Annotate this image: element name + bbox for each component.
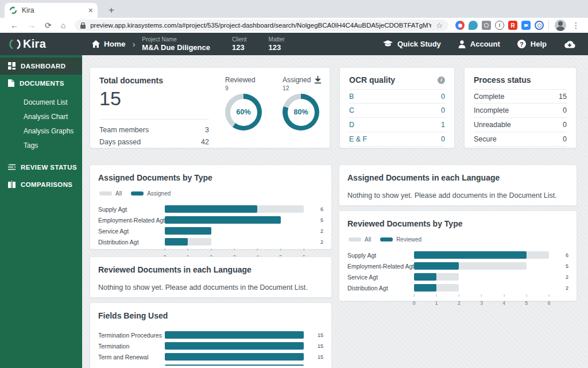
bar-chart: Termination Procedures15Termination15Ter… bbox=[98, 329, 323, 366]
total-documents-card: Total documents 15 Team members3Days pas… bbox=[90, 67, 330, 148]
sidebar-item-comparisons[interactable]: COMPARISONS bbox=[0, 176, 82, 193]
sidebar-item-review-status[interactable]: REVIEW STATUS bbox=[0, 159, 82, 176]
donut-count: 9 bbox=[225, 85, 263, 91]
person-icon bbox=[458, 40, 466, 48]
chevron-right-icon: › bbox=[133, 40, 136, 49]
tick-mark bbox=[459, 294, 459, 297]
summary-row: Team members3 bbox=[99, 126, 209, 134]
bar-row-partial bbox=[98, 362, 323, 366]
home-toolbar-icon[interactable]: ⌂ bbox=[61, 21, 65, 29]
matter-value: 123 bbox=[269, 43, 285, 52]
quick-study-button[interactable]: Quick Study bbox=[383, 40, 441, 48]
browser-menu-icon[interactable]: ⋮ bbox=[572, 21, 580, 30]
extension-alert-icon[interactable]: ! bbox=[495, 21, 504, 30]
chart-title: Assigned Documents by Type bbox=[98, 173, 323, 182]
browser-tab[interactable]: Kira × bbox=[5, 3, 98, 18]
tick-mark bbox=[303, 248, 304, 251]
home-button[interactable]: Home bbox=[92, 40, 126, 48]
process-status-row-value: 15 bbox=[559, 93, 567, 101]
bar-track bbox=[165, 331, 304, 339]
donut-percent: 60% bbox=[230, 99, 257, 126]
assigned-documents-by-language-card: Assigned Documents in each Language Noth… bbox=[339, 164, 577, 206]
process-status-title: Process status bbox=[474, 75, 567, 85]
legend-item: All bbox=[99, 190, 122, 197]
documents-icon bbox=[8, 79, 14, 88]
address-bar[interactable]: preview.app.kirasystems.com/a#project/53… bbox=[75, 20, 448, 31]
breadcrumb-client: Client 123 bbox=[232, 36, 247, 52]
extension-camera-icon[interactable] bbox=[482, 21, 491, 30]
process-status-card: Process status Complete15Incomplete0Unre… bbox=[464, 67, 577, 148]
bar-fill-segment bbox=[165, 353, 304, 361]
help-button[interactable]: ? Help bbox=[517, 40, 547, 48]
ocr-quality-row[interactable]: C0 bbox=[349, 103, 445, 118]
bar-fill-segment bbox=[165, 342, 304, 350]
tick-label: 3 bbox=[480, 300, 483, 306]
bar-value-label: 15 bbox=[304, 332, 323, 338]
ocr-quality-row[interactable]: E & F0 bbox=[349, 132, 445, 147]
ocr-quality-row[interactable]: D1 bbox=[349, 118, 445, 132]
sidebar-item-dashboard[interactable]: DASHBOARD bbox=[0, 57, 82, 75]
sidebar-item-analysis-chart[interactable]: Analysis Chart bbox=[0, 110, 82, 124]
chart-title: Assigned Documents in each Language bbox=[347, 173, 568, 182]
sidebar-item-document-list[interactable]: Document List bbox=[0, 95, 82, 110]
extension-r-icon[interactable]: R bbox=[508, 21, 517, 30]
bar-category-label: Termination Procedures bbox=[98, 332, 165, 339]
ocr-quality-row[interactable]: B0 bbox=[349, 89, 445, 103]
sidebar-item-analysis-graphs[interactable]: Analysis Graphs bbox=[0, 124, 82, 139]
tick-mark bbox=[188, 248, 188, 251]
bar-row: Termination Procedures15 bbox=[98, 329, 323, 340]
summary-row-label: Days passed bbox=[99, 138, 141, 146]
bar-fill-segment bbox=[414, 251, 527, 259]
extension-target-icon[interactable] bbox=[455, 21, 465, 30]
bar-track bbox=[414, 284, 549, 292]
bar-value-label: 2 bbox=[549, 274, 568, 280]
chart-title: Reviewed Documents by Type bbox=[347, 219, 568, 228]
logo-text: Kira bbox=[23, 37, 46, 51]
tick-mark bbox=[504, 294, 504, 297]
bar-fill-segment bbox=[414, 273, 436, 281]
tick-mark bbox=[257, 248, 258, 251]
bar-category-label: Employment-Related Agt bbox=[98, 217, 165, 224]
bar-track bbox=[414, 273, 549, 281]
home-icon bbox=[92, 40, 100, 48]
bar-fill-segment bbox=[165, 331, 304, 339]
sidebar-item-documents[interactable]: DOCUMENTS bbox=[0, 75, 82, 92]
axis-tick: 1 bbox=[435, 294, 438, 307]
empty-state-message: Nothing to show yet. Please add document… bbox=[347, 191, 568, 200]
ocr-quality-row-value: 0 bbox=[441, 135, 445, 143]
tick-mark bbox=[413, 294, 414, 297]
tick-label: 1 bbox=[435, 300, 438, 306]
back-icon[interactable]: ← bbox=[10, 21, 18, 29]
process-status-row-value: 0 bbox=[563, 121, 567, 129]
legend-label: Reviewed bbox=[396, 236, 421, 243]
forward-icon[interactable]: → bbox=[28, 21, 36, 29]
bar-row: Service Agt2 bbox=[347, 271, 568, 282]
bar-category-label: Supply Agt bbox=[98, 206, 165, 213]
new-tab-icon[interactable]: + bbox=[105, 4, 118, 18]
sidebar-item-label: DOCUMENTS bbox=[20, 80, 64, 87]
cloud-download-icon[interactable] bbox=[564, 40, 575, 48]
toolbar-divider bbox=[548, 21, 549, 30]
summary-row-value: 42 bbox=[201, 138, 209, 146]
profile-avatar[interactable] bbox=[555, 20, 566, 31]
axis-tick: 5 bbox=[525, 294, 528, 307]
account-button[interactable]: Account bbox=[458, 40, 500, 48]
bar-category-label: Termination bbox=[98, 343, 165, 350]
download-icon[interactable] bbox=[314, 76, 322, 86]
bookmark-star-icon[interactable]: ☆ bbox=[436, 21, 443, 30]
extension-chat-icon[interactable] bbox=[469, 21, 478, 30]
tab-close-icon[interactable]: × bbox=[88, 6, 93, 14]
sidebar-item-tags[interactable]: Tags bbox=[0, 139, 82, 153]
legend-item: All bbox=[349, 236, 371, 243]
bar-row: Distribution Agt2 bbox=[347, 282, 568, 293]
extension-spiral-icon[interactable] bbox=[535, 21, 544, 30]
kira-logo[interactable]: Kira bbox=[8, 37, 46, 51]
legend-swatch bbox=[99, 191, 112, 195]
legend-swatch bbox=[131, 191, 144, 195]
assigned-documents-by-type-card: Assigned Documents by Type AllAssigned S… bbox=[90, 164, 332, 250]
process-status-row-label: Complete bbox=[474, 93, 505, 101]
info-icon[interactable]: i bbox=[438, 76, 445, 84]
extension-video-icon[interactable] bbox=[521, 21, 531, 30]
dashboard-main: Total documents 15 Team members3Days pas… bbox=[82, 55, 588, 368]
reload-icon[interactable]: ⟳ bbox=[45, 21, 52, 29]
